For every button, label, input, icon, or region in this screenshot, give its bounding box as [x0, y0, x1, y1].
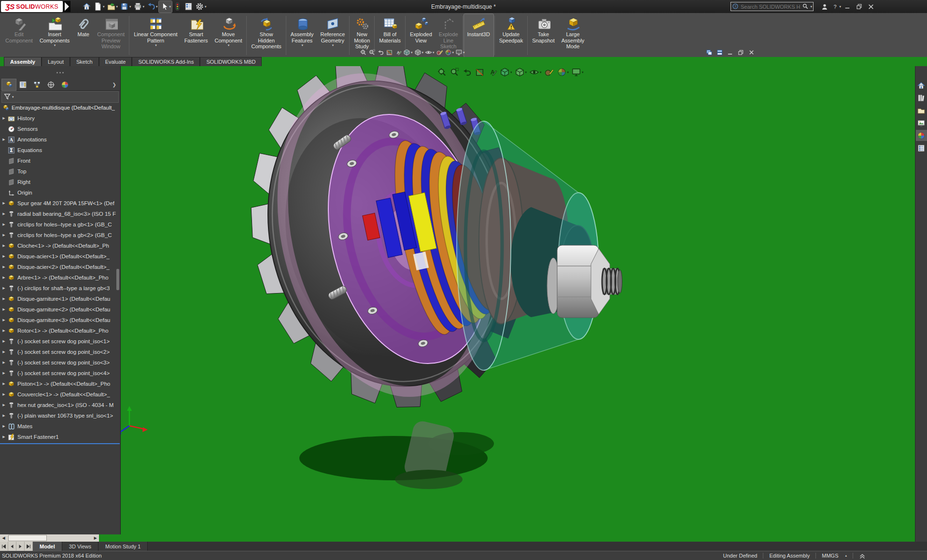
search-dropdown-icon[interactable]: ▾: [810, 5, 812, 9]
tree-item[interactable]: ▶(-) socket set screw dog point_iso<2>: [0, 347, 120, 357]
tree-item[interactable]: ▶(-) socket set screw dog point_iso<4>: [0, 368, 120, 378]
mini-view-orientation-icon[interactable]: ▾: [403, 49, 413, 56]
tab-scroll-prev-button[interactable]: [8, 542, 16, 551]
tree-item[interactable]: Right: [0, 177, 120, 187]
expand-arrow-icon[interactable]: ▶: [0, 371, 8, 375]
tree-item[interactable]: Sensors: [0, 124, 120, 134]
instant3d-button[interactable]: Instant3D: [464, 14, 493, 57]
tree-item[interactable]: ▶Spur gear 4M 20T 20PA 15FW<1> (Def: [0, 198, 120, 209]
panel-horizontal-scrollbar[interactable]: ◀ ▶: [0, 534, 99, 542]
dropdown-caret-icon[interactable]: ▾: [54, 43, 56, 47]
status-mmgs[interactable]: MMGS▴: [816, 551, 853, 560]
view-palette-icon[interactable]: [916, 117, 927, 128]
assembly-features-button[interactable]: Assembly Features▾: [287, 14, 317, 57]
panel-drag-handle[interactable]: [0, 66, 120, 79]
cascade-windows-icon[interactable]: [705, 49, 713, 56]
linear-component-pattern-button[interactable]: Linear Component Pattern▾: [130, 14, 181, 57]
hide-show-items-icon[interactable]: ▾: [529, 67, 542, 77]
expand-arrow-icon[interactable]: ▶: [0, 297, 8, 301]
tree-filter-box[interactable]: ▾: [1, 91, 119, 103]
undo-icon[interactable]: ▾: [145, 1, 159, 13]
tree-item[interactable]: ▶Disque-garniture<2> (Default<<Defau: [0, 304, 120, 315]
home-icon[interactable]: [81, 1, 92, 13]
tab-solidworks-mbd[interactable]: SOLIDWORKS MBD: [200, 57, 262, 66]
expand-arrow-icon[interactable]: ▶: [0, 403, 8, 407]
expand-arrow-icon[interactable]: ▶: [0, 308, 8, 311]
doc-tab-motion-study-1[interactable]: Motion Study 1: [98, 542, 148, 551]
smart-fasteners-button[interactable]: Smart Fasteners: [181, 14, 211, 57]
expand-arrow-icon[interactable]: ▶: [0, 276, 8, 280]
mini-hide-show-annotations-icon[interactable]: A: [394, 49, 402, 56]
tree-item[interactable]: Origin: [0, 187, 120, 198]
options-icon[interactable]: ▾: [194, 1, 208, 13]
close-document-icon[interactable]: [747, 49, 755, 56]
dropdown-caret-icon[interactable]: ▾: [205, 5, 207, 9]
dropdown-caret-icon[interactable]: ▾: [155, 43, 157, 47]
expand-arrow-icon[interactable]: ▶: [0, 392, 8, 396]
configurationmanager-tab[interactable]: [30, 79, 44, 90]
expand-arrow-icon[interactable]: ▶: [0, 329, 8, 333]
dimxpertmanager-tab[interactable]: [44, 79, 58, 90]
tree-item[interactable]: ▶Piston<1> -> (Default<<Default>_Pho: [0, 378, 120, 389]
tree-item[interactable]: ▶Rotor<1> -> (Default<<Default>_Pho: [0, 325, 120, 336]
user-login-icon[interactable]: [820, 2, 829, 12]
mate-button[interactable]: Mate: [73, 14, 94, 57]
move-component-button[interactable]: Move Component▾: [211, 14, 246, 57]
new-document-icon[interactable]: ▾: [92, 1, 106, 13]
tree-item[interactable]: ▶Disque-garniture<3> (Default<<Defau: [0, 315, 120, 325]
scroll-right-icon[interactable]: ▶: [92, 534, 99, 542]
minimize-document-icon[interactable]: [726, 49, 734, 56]
tab-assembly[interactable]: Assembly: [4, 57, 42, 66]
tree-item[interactable]: ▶AAnnotations: [0, 134, 120, 145]
expand-arrow-icon[interactable]: ▶: [0, 382, 8, 386]
reference-geometry-button[interactable]: Reference Geometry▾: [317, 14, 349, 57]
open-icon[interactable]: ▾: [106, 1, 119, 13]
tab-scroll-next-button[interactable]: [16, 542, 25, 551]
expand-arrow-icon[interactable]: ▶: [0, 223, 8, 226]
dropdown-caret-icon[interactable]: ▾: [228, 43, 230, 47]
search-input[interactable]: [740, 3, 801, 10]
tree-item[interactable]: ▶Disque-acier<2> (Default<<Default>_: [0, 262, 120, 272]
tree-item[interactable]: ▶Arbre<1> -> (Default<<Default>_Pho: [0, 272, 120, 283]
view-orientation-icon[interactable]: ▾: [500, 67, 512, 77]
expand-arrow-icon[interactable]: ▶: [0, 414, 8, 418]
status-expand-icon[interactable]: [853, 551, 871, 560]
dropdown-caret-icon[interactable]: ▾: [156, 5, 158, 9]
large-assembly-mode-button[interactable]: Large Assembly Mode: [558, 14, 588, 57]
close-button[interactable]: [866, 2, 876, 12]
tab-layout[interactable]: Layout: [42, 57, 70, 66]
update-speedpak-button[interactable]: Update Speedpak: [496, 14, 527, 57]
scroll-left-icon[interactable]: ◀: [0, 534, 7, 542]
tree-item[interactable]: ΣEquations: [0, 145, 120, 155]
expand-arrow-icon[interactable]: ▶: [0, 212, 8, 216]
mini-edit-appearance-icon[interactable]: [436, 49, 443, 56]
tree-item[interactable]: ▶Disque-garniture<1> (Default<<Defau: [0, 294, 120, 304]
expand-arrow-icon[interactable]: ▶: [0, 339, 8, 343]
menu-expand-arrow-icon[interactable]: [63, 1, 70, 12]
view-settings-icon[interactable]: ▾: [571, 67, 584, 77]
dropdown-caret-icon[interactable]: ▾: [301, 43, 303, 47]
displaymanager-tab[interactable]: [58, 79, 72, 90]
solidworks-resources-icon[interactable]: [916, 80, 927, 91]
mini-section-view-icon[interactable]: [386, 49, 393, 56]
dropdown-caret-icon[interactable]: ▾: [116, 5, 118, 9]
tab-scroll-last-button[interactable]: [25, 542, 33, 551]
tree-item[interactable]: Top: [0, 166, 120, 177]
scrollbar-track[interactable]: [7, 534, 92, 542]
tree-item[interactable]: ▶(-) circlips for shaft--type a large gb…: [0, 283, 120, 294]
performance-stoplight-icon[interactable]: [172, 1, 183, 13]
panel-expand-chevron-icon[interactable]: ❯: [112, 79, 116, 90]
graphics-area[interactable]: [0, 66, 927, 542]
filter-dropdown-icon[interactable]: ▾: [12, 95, 14, 99]
tree-item[interactable]: ▶Disque-acier<1> (Default<<Default>_: [0, 251, 120, 262]
tree-item[interactable]: ▶circlips for holes--type a gb<1> (GB_C: [0, 219, 120, 230]
featuremanager-design-tree-tab[interactable]: [2, 79, 16, 90]
file-explorer-icon[interactable]: [916, 105, 927, 116]
select-icon[interactable]: ▾: [159, 1, 172, 13]
tree-item[interactable]: ▶(-) socket set screw dog point_iso<1>: [0, 336, 120, 347]
expand-arrow-icon[interactable]: ▶: [0, 424, 8, 428]
display-style-icon[interactable]: ▾: [515, 67, 527, 77]
tab-solidworks-add-ins[interactable]: SOLIDWORKS Add-Ins: [132, 57, 200, 66]
expand-arrow-icon[interactable]: ▶: [0, 265, 8, 269]
tree-item[interactable]: ▶(-) socket set screw dog point_iso<3>: [0, 357, 120, 368]
